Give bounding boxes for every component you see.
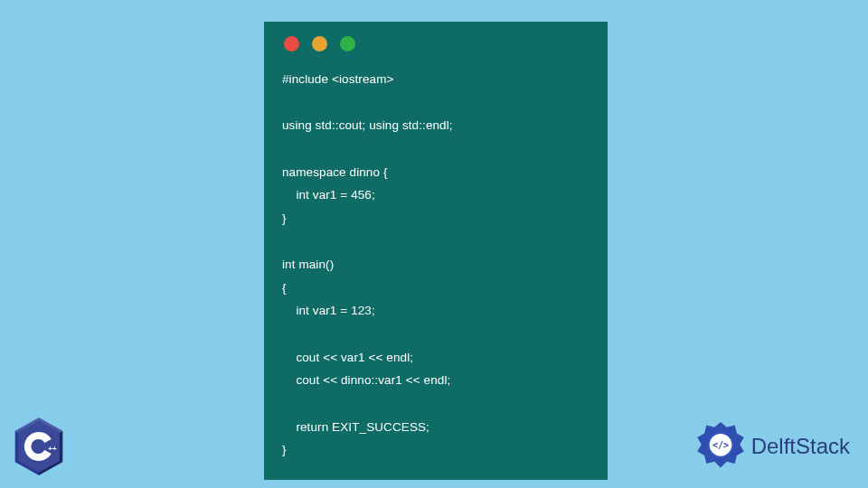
- brand-logo: </> DelftStack: [695, 421, 850, 472]
- code-window: #include <iostream> using std::cout; usi…: [264, 22, 608, 480]
- code-block: #include <iostream> using std::cout; usi…: [282, 68, 590, 462]
- maximize-icon: [340, 36, 355, 52]
- cpp-plus-text: ++: [48, 445, 57, 453]
- close-icon: [284, 36, 299, 52]
- svg-text:</>: </>: [712, 440, 729, 450]
- brand-icon: </>: [695, 421, 746, 472]
- cpp-language-badge: ++: [13, 418, 65, 475]
- minimize-icon: [312, 36, 327, 52]
- window-traffic-lights: [284, 36, 590, 52]
- brand-name: DelftStack: [751, 434, 850, 459]
